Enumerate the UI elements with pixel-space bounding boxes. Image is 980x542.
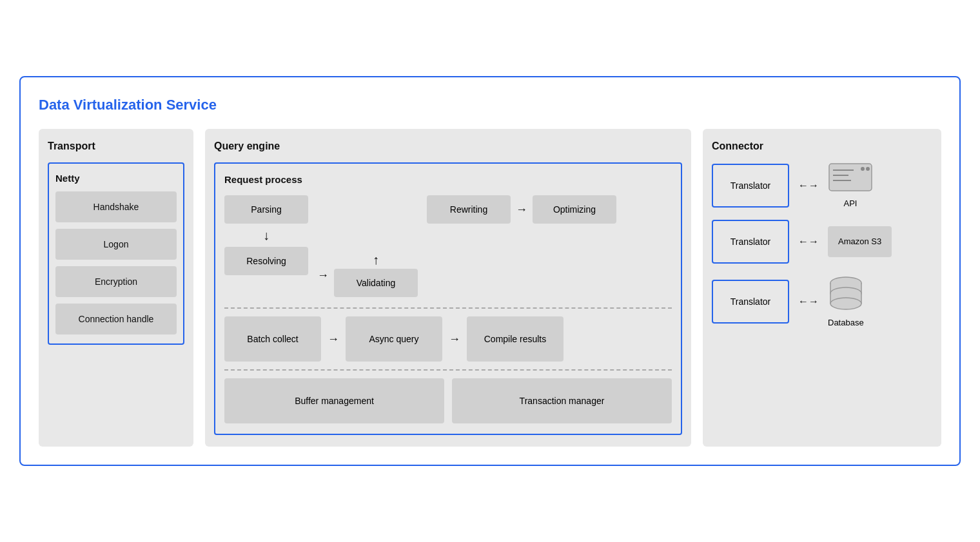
transport-label: Transport bbox=[48, 140, 184, 152]
svg-point-4 bbox=[861, 167, 865, 171]
arrow-right-batch: → bbox=[328, 333, 339, 346]
svg-point-5 bbox=[866, 167, 870, 171]
svg-point-10 bbox=[830, 298, 861, 309]
api-icon bbox=[828, 162, 873, 197]
query-section: Query engine Request process Parsing ↓ R… bbox=[205, 129, 691, 447]
batch-collect-box: Batch collect bbox=[224, 316, 321, 362]
buffer-management-box: Buffer management bbox=[224, 378, 444, 423]
connection-handle-item: Connection handle bbox=[55, 304, 177, 334]
logon-item: Logon bbox=[55, 229, 177, 260]
arrows-2: ←→ bbox=[798, 236, 819, 247]
connector-row-1: Translator ←→ AP bbox=[712, 162, 932, 208]
api-label: API bbox=[844, 198, 858, 208]
arrow-right-rewriting: → bbox=[516, 203, 527, 217]
connector-row-2: Translator ←→ Amazon S3 bbox=[712, 220, 932, 264]
outer-container: Data Virtualization Service Transport Ne… bbox=[19, 76, 961, 466]
arrow-right-resolving: → bbox=[317, 269, 329, 282]
dashed-divider-2 bbox=[224, 369, 672, 371]
netty-box: Netty Handshake Logon Encryption Connect… bbox=[48, 162, 184, 345]
down-arrow-1: ↓ bbox=[263, 224, 270, 247]
database-icon bbox=[828, 275, 863, 316]
dashed-divider-1 bbox=[224, 307, 672, 309]
validating-box: Validating bbox=[334, 269, 418, 297]
transport-section: Transport Netty Handshake Logon Encrypti… bbox=[39, 129, 193, 447]
request-process-box: Request process Parsing ↓ Resolving → bbox=[214, 162, 682, 435]
arrows-3: ←→ bbox=[798, 296, 819, 307]
buffer-row: Buffer management Transaction manager bbox=[224, 378, 672, 423]
optimizing-box: Optimizing bbox=[533, 195, 616, 224]
translator-box-1: Translator bbox=[712, 164, 789, 208]
encryption-item: Encryption bbox=[55, 266, 177, 297]
rewriting-box: Rewriting bbox=[427, 195, 511, 224]
up-arrow-validating: ↑ bbox=[373, 253, 379, 266]
arrows-1: ←→ bbox=[798, 180, 819, 191]
s3-source: Amazon S3 bbox=[828, 226, 892, 257]
transaction-manager-box: Transaction manager bbox=[452, 378, 672, 423]
parsing-box: Parsing bbox=[224, 195, 308, 224]
compile-results-box: Compile results bbox=[467, 316, 564, 362]
api-source: API bbox=[828, 162, 873, 208]
request-process-label: Request process bbox=[224, 174, 672, 185]
netty-label: Netty bbox=[55, 173, 177, 184]
handshake-item: Handshake bbox=[55, 191, 177, 222]
sections-row: Transport Netty Handshake Logon Encrypti… bbox=[39, 129, 941, 447]
connector-label: Connector bbox=[712, 140, 932, 152]
connector-section: Connector Translator ←→ bbox=[703, 129, 941, 447]
async-query-box: Async query bbox=[346, 316, 442, 362]
translator-box-2: Translator bbox=[712, 220, 789, 264]
svg-rect-0 bbox=[829, 164, 872, 191]
query-engine-label: Query engine bbox=[214, 140, 682, 152]
main-title: Data Virtualization Service bbox=[39, 97, 941, 113]
resolving-box: Resolving bbox=[224, 247, 308, 275]
arrow-right-async: → bbox=[449, 333, 460, 346]
connector-inner: Translator ←→ AP bbox=[712, 162, 932, 327]
database-label: Database bbox=[828, 318, 864, 327]
translator-box-3: Translator bbox=[712, 280, 789, 324]
database-source: Database bbox=[828, 275, 864, 327]
connector-row-3: Translator ←→ bbox=[712, 275, 932, 327]
batch-row: Batch collect → Async query → Compile re… bbox=[224, 316, 672, 362]
